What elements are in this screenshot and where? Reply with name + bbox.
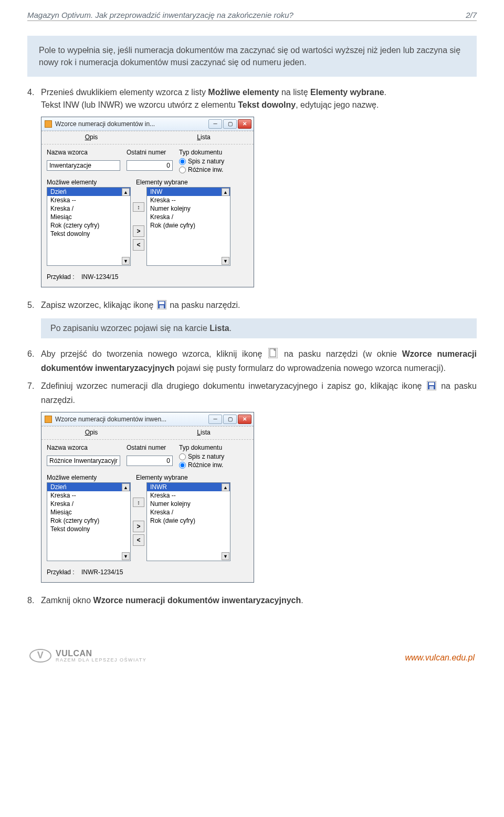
text: Aby przejść do tworzenia nowego wzorca, …: [41, 349, 267, 358]
step-number: 7.: [27, 380, 41, 407]
list-item[interactable]: Tekst dowolny: [47, 230, 130, 238]
menu-lista[interactable]: Lista: [158, 133, 249, 141]
ostatni-input[interactable]: [127, 160, 173, 171]
menubar: Opis Lista: [41, 426, 254, 440]
list-item[interactable]: Rok (cztery cyfry): [47, 221, 130, 230]
step-number: 6.: [27, 348, 41, 375]
close-button[interactable]: ✕: [238, 415, 251, 424]
minimize-button[interactable]: ─: [208, 415, 222, 424]
scroll-down-icon[interactable]: ▼: [222, 552, 229, 560]
save-icon: [157, 300, 166, 313]
list-item[interactable]: Kreska /: [147, 213, 230, 221]
text: Przenieś dwuklikiem elementy wzorca z li…: [41, 88, 208, 97]
radio-roznice[interactable]: Różnice inw.: [179, 166, 248, 173]
window-title: Wzorce numeracji dokumentów inwen...: [55, 416, 208, 423]
text: Tekst INW (lub INWR) we wzorcu utwórz z …: [41, 100, 238, 109]
reorder-button[interactable]: ↕: [133, 202, 144, 212]
label-ostatni: Ostatni numer: [127, 149, 174, 156]
list-item[interactable]: Tekst dowolny: [47, 525, 130, 533]
menu-lista[interactable]: Lista: [158, 429, 249, 436]
label-nazwa: Nazwa wzorca: [47, 444, 121, 451]
list-item[interactable]: Miesiąc: [47, 508, 130, 516]
step-number: 5.: [27, 299, 41, 313]
list-item[interactable]: Miesiąc: [47, 213, 130, 221]
list-item[interactable]: Kreska /: [47, 500, 130, 508]
maximize-button[interactable]: ▢: [223, 415, 237, 424]
list-item[interactable]: INWR: [147, 483, 230, 491]
svg-rect-9: [429, 382, 434, 385]
text: Po zapisaniu wzorzec pojawi się na karci…: [50, 324, 209, 333]
list-item[interactable]: Kreska /: [147, 508, 230, 516]
ostatni-input[interactable]: [127, 456, 173, 466]
text: pojawi się pusty formularz do wprowadzen…: [174, 364, 446, 373]
example-value: INW-1234/15: [81, 273, 118, 281]
label-nazwa: Nazwa wzorca: [47, 149, 121, 156]
radio-spis[interactable]: Spis z natury: [179, 453, 248, 460]
list-item[interactable]: Rok (cztery cyfry): [47, 516, 130, 525]
text-bold: Lista: [209, 324, 229, 333]
radio-roznice[interactable]: Różnice inw.: [179, 461, 248, 469]
nazwa-input[interactable]: [47, 160, 120, 171]
dialog-window: Wzorce numeracji dokumentów inwen... ─ ▢…: [41, 412, 254, 583]
list-item[interactable]: Kreska --: [147, 491, 230, 500]
menu-opis[interactable]: Opis: [46, 133, 137, 141]
app-icon: [45, 416, 52, 423]
maximize-button[interactable]: ▢: [223, 119, 237, 129]
page-indicator: 2/7: [466, 11, 477, 19]
info-callout-text: Pole to wypełnia się, jeśli numeracja do…: [39, 46, 460, 67]
label-ostatni: Ostatni numer: [127, 444, 174, 451]
scroll-up-icon[interactable]: ▲: [222, 483, 229, 491]
scroll-down-icon[interactable]: ▼: [122, 552, 130, 560]
label-mozliwe: Możliwe elementy: [47, 179, 131, 186]
move-right-button[interactable]: >: [133, 521, 144, 532]
info-callout: Pole to wypełnia się, jeśli numeracja do…: [27, 36, 477, 77]
website-link[interactable]: www.vulcan.edu.pl: [405, 653, 475, 663]
list-item[interactable]: Numer kolejny: [147, 500, 230, 508]
reorder-button[interactable]: ↕: [133, 498, 144, 507]
scroll-down-icon[interactable]: ▼: [122, 257, 130, 265]
listbox-wybrane[interactable]: ▲ INWRKreska --Numer kolejnyKreska /Rok …: [146, 482, 230, 561]
step-number: 4.: [27, 86, 41, 111]
text: na listę: [279, 88, 310, 97]
example-row: Przykład : INWR-1234/15: [47, 568, 248, 576]
radio-spis[interactable]: Spis z natury: [179, 158, 248, 165]
text-bold: Tekst dowolny: [238, 100, 296, 109]
move-left-button[interactable]: <: [133, 534, 144, 546]
text: Zdefiniuj wzorzec numeracji dla drugiego…: [41, 381, 426, 390]
menu-opis[interactable]: Opis: [46, 429, 137, 436]
listbox-mozliwe[interactable]: ▲ DzieńKreska --Kreska /MiesiącRok (czte…: [47, 482, 131, 561]
scroll-up-icon[interactable]: ▲: [122, 188, 130, 196]
listbox-wybrane[interactable]: ▲ INWKreska --Numer kolejnyKreska /Rok (…: [146, 187, 230, 266]
list-item[interactable]: Dzień: [47, 188, 130, 196]
list-item[interactable]: Rok (dwie cyfry): [147, 516, 230, 525]
list-item[interactable]: Kreska --: [47, 196, 130, 204]
nazwa-input[interactable]: [47, 456, 120, 466]
list-item[interactable]: Kreska /: [47, 204, 130, 213]
dialog-window: Wzorce numeracji dokumentów in... ─ ▢ ✕ …: [41, 117, 254, 287]
minimize-button[interactable]: ─: [208, 119, 222, 129]
scroll-up-icon[interactable]: ▲: [122, 483, 130, 491]
list-item[interactable]: Dzień: [47, 483, 130, 491]
label-wybrane: Elementy wybrane: [136, 179, 188, 186]
menubar: Opis Lista: [41, 131, 254, 144]
text: .: [301, 596, 303, 605]
listbox-mozliwe[interactable]: ▲ DzieńKreska --Kreska /MiesiącRok (czte…: [47, 187, 131, 266]
list-item[interactable]: Numer kolejny: [147, 204, 230, 213]
radio-label: Spis z natury: [188, 158, 224, 165]
close-button[interactable]: ✕: [238, 119, 251, 129]
list-item[interactable]: INW: [147, 188, 230, 196]
list-item[interactable]: Kreska --: [147, 196, 230, 204]
after-save-callout: Po zapisaniu wzorzec pojawi się na karci…: [41, 318, 477, 338]
scroll-up-icon[interactable]: ▲: [222, 188, 229, 196]
text: Zapisz wzorzec, klikając ikonę: [41, 301, 156, 309]
example-row: Przykład : INW-1234/15: [47, 273, 248, 281]
step-5: 5. Zapisz wzorzec, klikając ikonę na pas…: [27, 299, 477, 313]
list-item[interactable]: Kreska --: [47, 491, 130, 500]
step-8: 8. Zamknij okno Wzorce numeracji dokumen…: [27, 594, 477, 607]
move-left-button[interactable]: <: [133, 239, 144, 251]
radio-label: Spis z natury: [188, 453, 224, 460]
move-right-button[interactable]: >: [133, 225, 144, 237]
list-item[interactable]: Rok (dwie cyfry): [147, 221, 230, 230]
text: na pasku narzędzi.: [170, 301, 240, 309]
scroll-down-icon[interactable]: ▼: [222, 257, 229, 265]
